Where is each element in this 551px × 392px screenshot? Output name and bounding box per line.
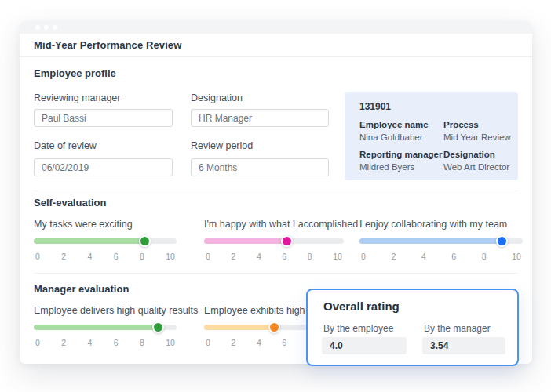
- slider-thumb[interactable]: [496, 235, 508, 247]
- slider-fill: [34, 238, 144, 244]
- self-eval-slider-tasks: My tasks were exciting 0246810: [34, 214, 177, 264]
- tick-label: 0: [35, 338, 40, 347]
- section-divider: [34, 273, 518, 274]
- tick-label: 4: [88, 338, 93, 347]
- rating-by-manager-value: 3.54: [422, 337, 505, 354]
- date-of-review-label: Date of review: [34, 140, 97, 151]
- review-period-input[interactable]: [191, 158, 329, 176]
- tick-label: 2: [61, 252, 66, 261]
- slider-label: I'm happy with what I accomplished: [204, 219, 358, 230]
- slider-fill: [204, 238, 286, 244]
- tick-label: 6: [114, 338, 119, 347]
- window-dot-icon: [53, 25, 57, 30]
- tick-label: 0: [35, 252, 40, 261]
- slider-thumb[interactable]: [268, 321, 280, 333]
- designation-label: Designation: [191, 93, 243, 103]
- page: Mid-Year Performance Review Employee pro…: [0, 0, 551, 392]
- manager-evaluation-heading: Manager evaluation: [34, 283, 129, 295]
- tick-label: 8: [308, 252, 312, 261]
- date-of-review-input[interactable]: [34, 158, 173, 176]
- tick-label: 4: [257, 338, 261, 347]
- tick-label: 4: [257, 252, 261, 261]
- overall-rating-panel: Overall rating By the employee 4.0 By th…: [306, 289, 519, 366]
- employee-profile-heading: Employee profile: [34, 67, 116, 79]
- slider-label: My tasks were exciting: [34, 219, 133, 230]
- rating-by-employee-label: By the employee: [323, 323, 393, 334]
- slider-tick-labels: 0246810: [34, 338, 177, 347]
- slider-thumb[interactable]: [152, 321, 164, 333]
- reviewing-manager-label: Reviewing manager: [34, 93, 120, 103]
- slider-track[interactable]: [204, 238, 344, 244]
- tick-label: 6: [282, 252, 286, 261]
- slider-label: I enjoy collaborating with my team: [359, 219, 507, 230]
- rating-slider[interactable]: 0246810: [34, 325, 177, 347]
- window-dot-icon: [35, 25, 40, 30]
- tick-label: 2: [391, 252, 396, 261]
- tick-label: 10: [333, 252, 342, 261]
- form-header: Mid-Year Performance Review: [20, 34, 532, 57]
- manager-eval-slider-quality: Employee delivers high quality results 0…: [34, 300, 177, 350]
- tick-label: 6: [282, 338, 286, 347]
- slider-track[interactable]: [34, 325, 177, 330]
- self-eval-slider-happy: I'm happy with what I accomplished 02468…: [204, 214, 344, 264]
- form-title: Mid-Year Performance Review: [34, 39, 181, 51]
- slider-track[interactable]: [34, 238, 177, 244]
- reporting-manager-value: Mildred Byers: [359, 162, 414, 172]
- tick-label: 10: [166, 252, 175, 261]
- tick-label: 10: [166, 338, 175, 347]
- slider-track[interactable]: [359, 238, 523, 244]
- window-dot-icon: [44, 25, 49, 30]
- tick-label: 2: [231, 338, 235, 347]
- tick-label: 8: [140, 338, 144, 347]
- tick-label: 0: [206, 338, 210, 347]
- review-period-label: Review period: [191, 140, 253, 151]
- process-label: Process: [443, 120, 479, 129]
- rating-slider[interactable]: 0246810: [34, 238, 177, 261]
- window-titlebar: [20, 21, 532, 34]
- process-value: Mid Year Review: [443, 132, 511, 142]
- tick-label: 8: [482, 252, 487, 261]
- tick-label: 10: [512, 252, 521, 261]
- rating-by-employee-value: 4.0: [322, 337, 407, 354]
- employee-name-label: Employee name: [359, 120, 429, 129]
- tick-label: 6: [451, 252, 456, 261]
- tick-label: 0: [206, 252, 210, 261]
- rating-slider[interactable]: 0246810: [204, 238, 344, 261]
- tick-label: 4: [421, 252, 426, 261]
- slider-fill: [34, 325, 158, 330]
- slider-tick-labels: 0246810: [204, 252, 344, 261]
- summary-designation-value: Web Art Director: [443, 162, 509, 172]
- tick-label: 2: [231, 252, 235, 261]
- slider-fill: [359, 238, 502, 244]
- employee-name-value: Nina Goldhaber: [359, 132, 423, 142]
- overall-rating-title: Overall rating: [323, 299, 400, 313]
- tick-label: 2: [61, 338, 66, 347]
- summary-designation-label: Designation: [443, 150, 495, 159]
- slider-fill: [204, 325, 274, 330]
- slider-label: Employee exhibits high le: [204, 305, 316, 316]
- tick-label: 8: [140, 252, 144, 261]
- self-evaluation-heading: Self-evaluation: [34, 197, 106, 209]
- designation-input[interactable]: [191, 109, 329, 127]
- tick-label: 4: [88, 252, 93, 261]
- tick-label: 0: [361, 252, 366, 261]
- slider-label: Employee delivers high quality results: [34, 305, 198, 316]
- rating-by-manager-label: By the manager: [424, 323, 491, 334]
- employee-id: 131901: [359, 101, 391, 112]
- reporting-manager-label: Reporting manager: [359, 150, 442, 159]
- self-eval-slider-collaboration: I enjoy collaborating with my team 02468…: [359, 214, 523, 264]
- slider-tick-labels: 0246810: [359, 252, 523, 261]
- rating-slider[interactable]: 0246810: [359, 238, 523, 261]
- slider-thumb[interactable]: [281, 235, 293, 247]
- slider-thumb[interactable]: [139, 235, 151, 247]
- slider-tick-labels: 0246810: [34, 252, 177, 261]
- section-divider: [34, 191, 518, 191]
- employee-summary-card: 131901 Employee name Nina Goldhaber Proc…: [345, 92, 518, 180]
- tick-label: 6: [114, 252, 119, 261]
- reviewing-manager-input[interactable]: [34, 109, 173, 127]
